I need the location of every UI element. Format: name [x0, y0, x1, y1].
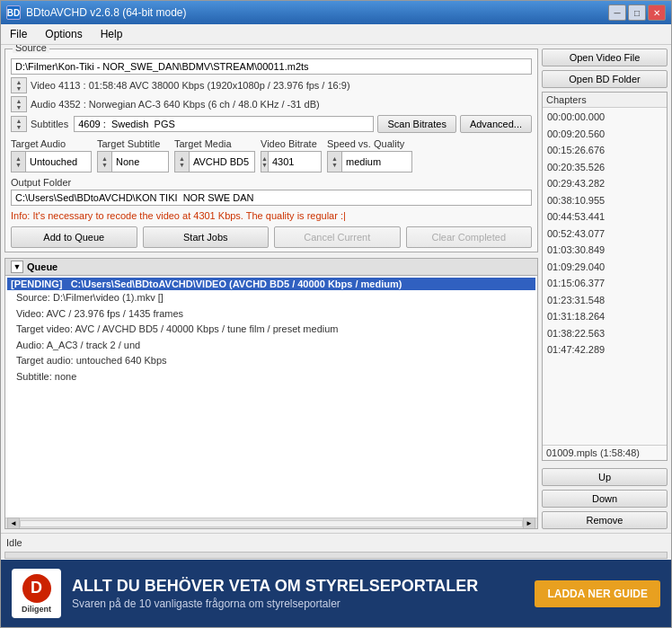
chapter-4: 00:29:43.282: [544, 175, 665, 192]
subtitles-input[interactable]: [74, 116, 374, 132]
scroll-left-button[interactable]: ◄: [7, 517, 20, 530]
queue-item-details: Source: D:\Filmer\video (1).mkv [] Video…: [7, 290, 535, 385]
target-audio-select[interactable]: ▲▼ Untouched: [11, 151, 92, 172]
chapter-3: 00:20:35.526: [544, 159, 665, 176]
target-audio-spinner[interactable]: ▲▼: [12, 152, 26, 172]
queue-detail-2: Target video: AVC / AVCHD BD5 / 40000 Kb…: [16, 322, 535, 338]
chapters-footer: 01009.mpls (1:58:48): [543, 445, 667, 460]
queue-item-path: C:\Users\Sed\BDtoAVCHD\VIDEO (AVCHD BD5 …: [71, 279, 402, 289]
chapters-box: Chapters 00:00:00.000 00:09:20.560 00:15…: [542, 92, 668, 461]
horizontal-scrollbar[interactable]: [20, 520, 523, 527]
video-bitrate-label: Video Bitrate: [261, 138, 322, 149]
ad-text: ALLT DU BEHÖVER VETA OM STYRELSEPORTALER…: [72, 577, 524, 611]
target-media-value: AVCHD BD5: [190, 155, 252, 169]
advanced-button[interactable]: Advanced...: [460, 115, 532, 133]
target-audio-group: Target Audio ▲▼ Untouched: [11, 138, 92, 172]
queue-section: ▼ Queue [PENDING] C:\Users\Sed\BDtoAVCHD…: [4, 258, 538, 529]
app-icon: BD: [6, 5, 21, 20]
speed-quality-group: Speed vs. Quality ▲▼ medium: [327, 138, 412, 172]
source-group: Source ▲▼ Video 4113 : 01:58:48 AVC 3800…: [4, 49, 538, 252]
main-content: Source ▲▼ Video 4113 : 01:58:48 AVC 3800…: [1, 45, 671, 533]
subtitles-row: ▲▼ Subtitles Scan Bitrates Advanced...: [11, 115, 532, 133]
target-media-spinner[interactable]: ▲▼: [175, 152, 190, 172]
video-spinner[interactable]: ▲▼: [11, 77, 27, 93]
target-subtitle-spinner[interactable]: ▲▼: [98, 152, 112, 172]
chapter-14: 01:47:42.289: [544, 341, 665, 358]
queue-item: [PENDING] C:\Users\Sed\BDtoAVCHD\VIDEO (…: [7, 278, 535, 385]
title-bar: BD BDtoAVCHD v2.6.8 (64-bit mode) ─ □ ✕: [1, 1, 671, 24]
queue-detail-1: Video: AVC / 23.976 fps / 1435 frames: [16, 306, 535, 323]
queue-item-status: [PENDING]: [11, 279, 62, 289]
target-subtitle-select[interactable]: ▲▼ None: [97, 151, 169, 172]
queue-detail-5: Subtitle: none: [16, 369, 535, 385]
queue-detail-0: Source: D:\Filmer\video (1).mkv []: [16, 290, 535, 306]
queue-detail-3: Audio: A_AC3 / track 2 / und: [16, 338, 535, 354]
remove-button[interactable]: Remove: [542, 511, 668, 529]
target-audio-value: Untouched: [26, 155, 81, 169]
chapter-13: 01:38:22.563: [544, 325, 665, 342]
target-media-label: Target Media: [174, 138, 255, 149]
chapter-6: 00:44:53.441: [544, 208, 665, 226]
chapter-0: 00:00:00.000: [544, 109, 665, 126]
open-bd-folder-button[interactable]: Open BD Folder: [542, 70, 668, 88]
down-button[interactable]: Down: [542, 490, 668, 508]
chapter-11: 01:23:31.548: [544, 292, 665, 309]
menu-file[interactable]: File: [4, 26, 32, 42]
ad-subtext: Svaren på de 10 vanligaste frågorna om s…: [72, 597, 524, 610]
close-button[interactable]: ✕: [648, 4, 666, 21]
clear-completed-button[interactable]: Clear Completed: [406, 226, 533, 248]
chapter-5: 00:38:10.955: [544, 192, 665, 209]
chapter-1: 00:09:20.560: [544, 126, 665, 143]
chapter-2: 00:15:26.676: [544, 142, 665, 159]
window-title: BDtoAVCHD v2.6.8 (64-bit mode): [26, 6, 187, 19]
speed-quality-spinner[interactable]: ▲▼: [328, 152, 342, 172]
menu-options[interactable]: Options: [40, 26, 87, 42]
scroll-right-button[interactable]: ►: [523, 517, 535, 530]
chapters-list[interactable]: 00:00:00.000 00:09:20.560 00:15:26.676 0…: [543, 108, 667, 445]
open-video-file-button[interactable]: Open Video File: [542, 49, 668, 66]
queue-content[interactable]: [PENDING] C:\Users\Sed\BDtoAVCHD\VIDEO (…: [5, 276, 537, 517]
audio-spinner[interactable]: ▲▼: [11, 96, 27, 112]
video-bitrate-value: 4301: [269, 155, 323, 169]
ad-logo-icon: D: [22, 574, 51, 603]
ad-logo: D Diligent: [12, 569, 61, 618]
targets-row: Target Audio ▲▼ Untouched Target Subtitl…: [11, 138, 532, 172]
right-controls: Up Down Remove: [542, 468, 668, 529]
chapter-7: 00:52:43.077: [544, 226, 665, 243]
cancel-current-button[interactable]: Cancel Current: [274, 226, 401, 248]
progress-bar: [4, 552, 668, 559]
scan-bitrates-button[interactable]: Scan Bitrates: [377, 115, 455, 133]
ad-cta-button[interactable]: LADDA NER GUIDE: [535, 580, 660, 607]
add-to-queue-button[interactable]: Add to Queue: [11, 226, 137, 248]
audio-info: Audio 4352 : Norwegian AC-3 640 Kbps (6 …: [31, 99, 532, 110]
action-buttons: Add to Queue Start Jobs Cancel Current C…: [11, 226, 532, 248]
up-button[interactable]: Up: [542, 468, 668, 486]
chapter-9: 01:09:29.040: [544, 259, 665, 276]
target-media-select[interactable]: ▲▼ AVCHD BD5: [174, 151, 255, 172]
menu-help[interactable]: Help: [95, 26, 128, 42]
speed-quality-select[interactable]: ▲▼ medium: [327, 151, 412, 172]
minimize-button[interactable]: ─: [608, 4, 626, 21]
video-row: ▲▼ Video 4113 : 01:58:48 AVC 38000 Kbps …: [11, 77, 532, 93]
ad-logo-name: Diligent: [22, 605, 51, 614]
video-bitrate-spinner[interactable]: ▲▼: [261, 152, 269, 172]
queue-toggle[interactable]: ▼: [11, 261, 23, 273]
queue-detail-4: Target audio: untouched 640 Kbps: [16, 353, 535, 369]
output-folder-group: Output Folder: [11, 176, 532, 206]
subtitles-label: Subtitles: [31, 119, 68, 129]
subtitles-spinner[interactable]: ▲▼: [11, 116, 27, 132]
start-jobs-button[interactable]: Start Jobs: [143, 226, 270, 248]
source-path-input[interactable]: [11, 58, 532, 75]
queue-label: ▼ Queue: [5, 259, 537, 276]
speed-quality-label: Speed vs. Quality: [327, 138, 412, 149]
info-message: Info: It's necessary to recode the video…: [11, 208, 532, 223]
output-folder-input[interactable]: [11, 190, 532, 206]
left-panel: Source ▲▼ Video 4113 : 01:58:48 AVC 3800…: [4, 49, 538, 529]
status-text: Idle: [6, 537, 22, 548]
menu-bar: File Options Help: [1, 24, 671, 45]
video-bitrate-select[interactable]: ▲▼ 4301: [261, 151, 322, 172]
maximize-button[interactable]: □: [628, 4, 646, 21]
target-audio-label: Target Audio: [11, 138, 92, 149]
ad-banner: D Diligent ALLT DU BEHÖVER VETA OM STYRE…: [1, 560, 671, 627]
video-info: Video 4113 : 01:58:48 AVC 38000 Kbps (19…: [31, 80, 532, 91]
